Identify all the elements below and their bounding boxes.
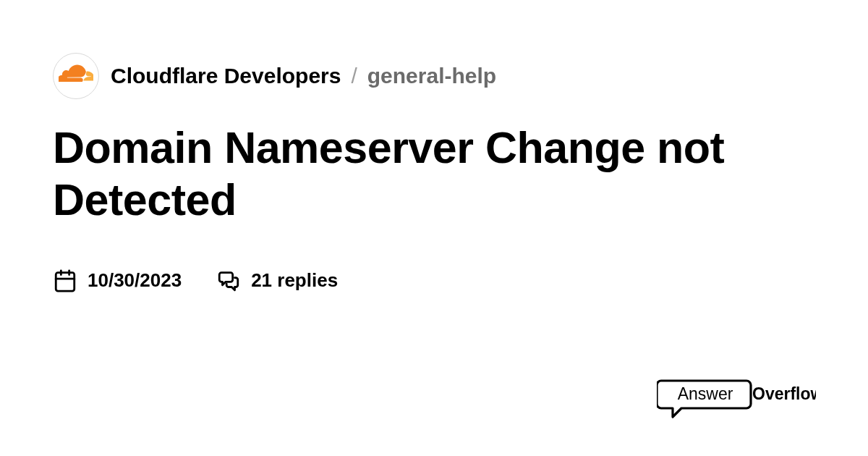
replies-text: 21 replies: [251, 269, 338, 292]
svg-text:Overflow: Overflow: [752, 384, 816, 403]
replies-icon: [216, 269, 241, 293]
breadcrumb-server: Cloudflare Developers: [111, 64, 341, 88]
answer-overflow-logo: Answer Overflow: [657, 376, 816, 421]
meta-date: 10/30/2023: [53, 269, 182, 293]
breadcrumb-text: Cloudflare Developers / general-help: [111, 64, 496, 88]
breadcrumb-channel: general-help: [367, 64, 496, 88]
cloudflare-icon: [59, 59, 93, 93]
svg-text:Answer: Answer: [678, 384, 733, 403]
breadcrumb: Cloudflare Developers / general-help: [53, 53, 815, 99]
svg-rect-0: [56, 273, 75, 292]
date-text: 10/30/2023: [88, 269, 182, 292]
server-avatar: [53, 53, 99, 99]
calendar-icon: [53, 269, 77, 293]
meta-replies: 21 replies: [216, 269, 338, 293]
page-title: Domain Nameserver Change not Detected: [53, 122, 815, 227]
meta-row: 10/30/2023 21 replies: [53, 269, 815, 293]
footer-brand: Answer Overflow: [657, 376, 816, 424]
breadcrumb-separator: /: [351, 64, 357, 88]
